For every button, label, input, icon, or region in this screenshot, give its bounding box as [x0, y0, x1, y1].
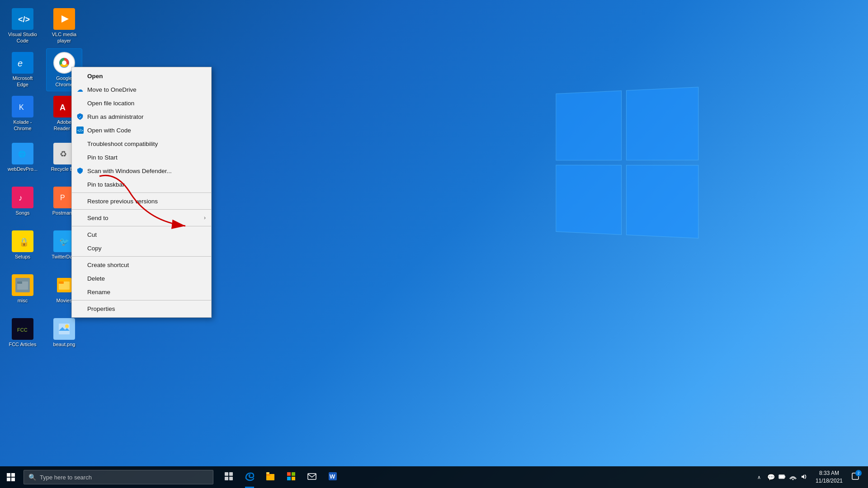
task-view-button[interactable] — [219, 466, 239, 488]
separator-5 — [72, 300, 211, 300]
ctx-run-admin[interactable]: ✓ Run as administrator — [72, 110, 211, 123]
svg-text:♪: ♪ — [19, 193, 23, 202]
system-clock[interactable]: 8:33 AM 11/18/2021 — [812, 466, 846, 488]
ctx-delete[interactable]: Delete — [72, 272, 211, 285]
ctx-rename-label: Rename — [87, 289, 110, 296]
desktop-icon-fcc[interactable]: FCC FCC Articles — [5, 311, 41, 354]
ctx-copy[interactable]: Copy — [72, 241, 211, 255]
tray-volume-icon[interactable] — [799, 472, 808, 483]
desktop-icon-vscode[interactable]: </> Visual Studio Code — [5, 5, 41, 47]
desktop-icon-setups[interactable]: 🔒 Setups — [5, 224, 41, 267]
ctx-open[interactable]: Open — [72, 69, 211, 83]
desktop-icon-misc[interactable]: misc — [5, 267, 41, 310]
svg-rect-41 — [229, 472, 233, 476]
svg-point-57 — [792, 479, 793, 480]
desktop-icon-kolade[interactable]: K Kolade -Chrome — [5, 92, 41, 135]
ctx-send-to[interactable]: Send to › — [72, 211, 211, 225]
pin-taskbar-icon — [75, 180, 85, 189]
desktop-icon-edge[interactable]: e MicrosoftEdge — [5, 48, 41, 91]
pin-start-icon — [75, 153, 85, 162]
ctx-properties-label: Properties — [87, 305, 115, 312]
taskbar-search[interactable]: 🔍 Type here to search — [24, 470, 213, 484]
send-to-icon — [75, 213, 85, 222]
taskbar-edge-button[interactable] — [240, 466, 259, 488]
vscode-ctx-icon: </> — [75, 126, 85, 135]
defender-ctx-icon — [75, 166, 85, 175]
svg-rect-56 — [779, 475, 784, 478]
ctx-pin-taskbar[interactable]: Pin to taskbar — [72, 178, 211, 191]
svg-rect-43 — [229, 477, 233, 480]
ctx-properties[interactable]: Properties — [72, 302, 211, 315]
svg-text:</>: </> — [18, 15, 30, 24]
ctx-pin-start[interactable]: Pin to Start — [72, 150, 211, 164]
troubleshoot-icon — [75, 139, 85, 148]
desktop: </> Visual Studio Code VLC mediaplayer e… — [0, 0, 868, 488]
beaut-icon — [53, 318, 75, 340]
svg-rect-49 — [287, 477, 291, 480]
svg-text:✓: ✓ — [79, 115, 82, 119]
desktop-icon-webdev[interactable]: 🌐 webDevPro... — [5, 136, 41, 179]
taskbar-mail-button[interactable] — [302, 466, 322, 488]
send-to-arrow: › — [204, 215, 206, 221]
svg-text:K: K — [19, 103, 24, 111]
vlc-icon — [53, 8, 75, 30]
properties-icon — [75, 304, 85, 313]
start-button[interactable] — [0, 466, 22, 488]
onedrive-icon: ☁ — [75, 85, 85, 94]
tray-network-icon[interactable] — [788, 472, 797, 483]
ctx-copy-label: Copy — [87, 245, 102, 252]
ctx-open-with-code[interactable]: </> Open with Code — [72, 123, 211, 137]
taskbar-store-button[interactable] — [281, 466, 301, 488]
search-placeholder: Type here to search — [40, 474, 92, 481]
tray-expand-button[interactable]: ∧ — [755, 473, 763, 482]
taskbar-pinned-apps: W — [219, 466, 343, 488]
edge-label: MicrosoftEdge — [13, 75, 33, 87]
tray-communication-icon[interactable]: 💬 — [766, 473, 776, 482]
desktop-icon-songs[interactable]: ♪ Songs — [5, 180, 41, 223]
ctx-pin-start-label: Pin to Start — [87, 154, 118, 161]
windows-start-icon — [7, 473, 15, 481]
svg-rect-48 — [292, 472, 295, 476]
context-menu: Open ☁ Move to OneDrive Open file locati… — [71, 67, 212, 318]
ctx-onedrive-label: Move to OneDrive — [87, 86, 137, 93]
svg-text:W: W — [330, 473, 335, 480]
desktop-icon-beaut[interactable]: beaut.png — [46, 311, 82, 354]
ctx-scan-defender[interactable]: Scan with Windows Defender... — [72, 164, 211, 178]
desktop-icon-vlc[interactable]: VLC mediaplayer — [46, 5, 82, 47]
chrome-label: GoogleChrome — [55, 75, 73, 87]
svg-text:</>: </> — [77, 128, 83, 133]
svg-rect-17 — [15, 190, 30, 205]
tray-icons-container: 💬 — [763, 472, 812, 483]
file-location-icon — [75, 99, 85, 108]
svg-rect-55 — [784, 476, 785, 478]
search-icon: 🔍 — [28, 474, 36, 481]
ctx-troubleshoot[interactable]: Troubleshoot compatibility — [72, 137, 211, 150]
delete-icon — [75, 274, 85, 283]
webdev-icon: 🌐 — [12, 143, 33, 164]
clock-date: 11/18/2021 — [816, 477, 843, 485]
ctx-restore[interactable]: Restore previous versions — [72, 194, 211, 208]
svg-text:FCC: FCC — [17, 327, 28, 333]
svg-point-8 — [62, 61, 66, 65]
ctx-send-to-label: Send to — [87, 215, 108, 221]
taskbar: 🔍 Type here to search — [0, 466, 868, 488]
taskbar-edge-icon — [245, 471, 255, 483]
svg-text:🌐: 🌐 — [18, 150, 26, 158]
ctx-cut[interactable]: Cut — [72, 228, 211, 241]
ctx-rename[interactable]: Rename — [72, 285, 211, 299]
misc-label: misc — [18, 298, 28, 304]
cut-icon — [75, 230, 85, 239]
vscode-label: Visual Studio Code — [6, 32, 39, 43]
notification-center-button[interactable]: 2 — [846, 466, 864, 488]
svg-rect-27 — [17, 282, 22, 284]
taskbar-explorer-button[interactable] — [260, 466, 280, 488]
admin-icon: ✓ — [75, 112, 85, 121]
svg-rect-50 — [292, 477, 295, 480]
ctx-move-onedrive[interactable]: ☁ Move to OneDrive — [72, 83, 211, 96]
tray-battery-icon[interactable] — [778, 472, 787, 483]
ctx-create-shortcut[interactable]: Create shortcut — [72, 258, 211, 272]
svg-text:🐦: 🐦 — [59, 237, 70, 247]
ctx-open-file-location[interactable]: Open file location — [72, 96, 211, 110]
taskbar-word-button[interactable]: W — [323, 466, 343, 488]
taskbar-explorer-icon — [265, 471, 275, 483]
